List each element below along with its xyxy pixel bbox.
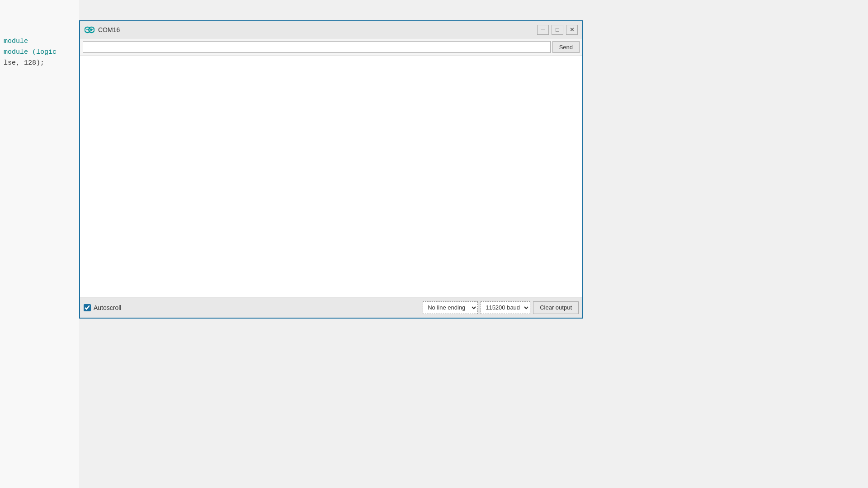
- input-area: Send: [80, 38, 582, 56]
- status-bar-right: No line ending Newline Carriage return B…: [423, 301, 579, 314]
- autoscroll-area: Autoscroll: [84, 304, 121, 311]
- status-bar: Autoscroll No line ending Newline Carria…: [80, 297, 582, 318]
- title-bar: COM16 ─ □ ✕: [80, 21, 582, 38]
- window-controls: ─ □ ✕: [537, 25, 578, 35]
- serial-monitor-window: COM16 ─ □ ✕ Send Autoscroll No line endi…: [79, 20, 583, 319]
- autoscroll-label: Autoscroll: [94, 304, 121, 311]
- minimize-button[interactable]: ─: [537, 25, 549, 35]
- maximize-button[interactable]: □: [552, 25, 563, 35]
- title-bar-left: COM16: [85, 25, 120, 35]
- line-ending-select[interactable]: No line ending Newline Carriage return B…: [423, 301, 478, 314]
- arduino-logo-icon: [85, 25, 94, 35]
- close-button[interactable]: ✕: [566, 25, 578, 35]
- code-line-1: module: [4, 36, 75, 47]
- svg-rect-4: [91, 28, 92, 31]
- background-code-editor: module module (logic lse, 128);: [0, 0, 79, 488]
- autoscroll-checkbox[interactable]: [84, 304, 91, 311]
- code-line-6: lse, 128);: [4, 58, 75, 69]
- send-button[interactable]: Send: [552, 41, 580, 53]
- serial-output-area: [80, 56, 582, 297]
- window-title: COM16: [98, 26, 120, 33]
- clear-output-button[interactable]: Clear output: [533, 301, 579, 314]
- code-line-2: module (logic: [4, 47, 75, 58]
- serial-input[interactable]: [83, 41, 551, 53]
- svg-rect-2: [86, 29, 89, 30]
- baud-rate-select[interactable]: 300 baud 1200 baud 2400 baud 4800 baud 9…: [481, 301, 530, 314]
